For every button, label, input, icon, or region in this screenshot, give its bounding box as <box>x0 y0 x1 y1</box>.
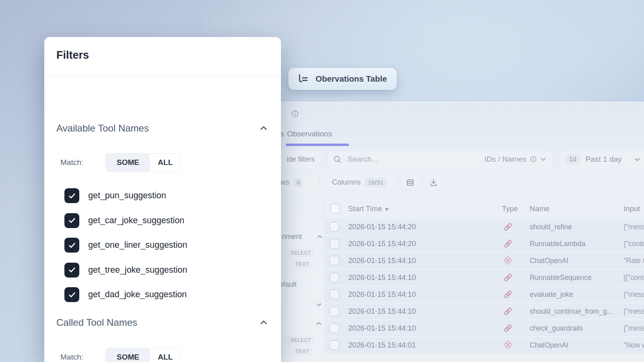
table-row[interactable]: 2026-01-15 15:44:10 should_continue_from… <box>324 303 644 320</box>
time-range-label: Past 1 day <box>586 155 622 164</box>
match-label: Match: <box>60 158 83 167</box>
columns-button[interactable]: Columns 16/31 <box>326 174 397 191</box>
row-checkbox[interactable] <box>330 290 339 299</box>
row-checkbox[interactable] <box>330 306 339 316</box>
row-name: RunnableSequence <box>530 274 592 282</box>
tool-name-label: get_tree_joke_suggestion <box>88 265 187 275</box>
row-start-time: 2026-01-15 15:44:10 <box>348 273 416 282</box>
search-scope-label: IDs / Names <box>484 155 526 164</box>
section-title: Called Tool Names <box>56 317 137 328</box>
row-height-button[interactable] <box>400 174 420 191</box>
columns-count-badge: 16/31 <box>365 178 387 187</box>
observations-table-toggle-button[interactable]: Obervations Table <box>289 68 396 90</box>
columns-label: Columns <box>332 178 361 187</box>
chevron-up-icon[interactable] <box>258 123 269 134</box>
toggle-button-label: Obervations Table <box>316 74 387 84</box>
row-start-time: 2026-01-15 15:44:20 <box>348 239 416 248</box>
row-start-time: 2026-01-15 15:44:20 <box>348 222 416 231</box>
row-input: {"messages": [{"content <box>623 324 644 333</box>
column-header-type[interactable]: Type <box>502 204 518 213</box>
observation-type-icon <box>503 323 513 333</box>
row-checkbox[interactable] <box>330 222 339 232</box>
observation-type-icon <box>503 256 513 265</box>
row-input: {"messages": [{"content <box>623 290 644 299</box>
row-name: ChatOpenAI <box>530 341 568 350</box>
table-header: Start Time ▼ Type Name Input <box>324 198 644 219</box>
search-icon <box>333 155 342 164</box>
tab-observations[interactable]: Observations <box>287 130 332 138</box>
row-start-time: 2026-01-15 15:44:01 <box>348 341 416 350</box>
row-name: ChatOpenAI <box>530 257 568 265</box>
text-type-badge: TEXT <box>292 347 312 356</box>
observation-type-icon <box>503 340 513 350</box>
row-checkbox[interactable] <box>330 256 339 265</box>
sidebar-fragment-default: efault <box>279 280 297 289</box>
match-some-option[interactable]: SOME <box>106 154 150 171</box>
row-start-time: 2026-01-15 15:44:10 <box>348 324 416 333</box>
divider <box>44 76 281 76</box>
hide-filters-button[interactable]: ide filters <box>279 150 322 169</box>
match-mode-toggle: SOME ALL <box>105 348 181 362</box>
tool-name-option[interactable]: get_car_joke_suggestion <box>64 208 269 233</box>
table-row[interactable]: 2026-01-15 15:44:10 ChatOpenAI "Rate thi… <box>324 253 644 269</box>
tool-name-option[interactable]: get_pun_suggestion <box>64 183 269 208</box>
select-type-badge: SELECT <box>287 336 314 345</box>
table-row[interactable]: 2026-01-15 15:44:20 should_refine {"mess… <box>324 219 644 236</box>
chevron-up-icon[interactable] <box>258 317 269 328</box>
row-checkbox[interactable] <box>330 273 339 282</box>
chevron-down-icon[interactable] <box>316 301 322 308</box>
saved-views-count: 0 <box>293 178 303 187</box>
checked-checkbox[interactable] <box>64 287 79 302</box>
row-checkbox[interactable] <box>330 239 339 249</box>
observation-type-icon <box>503 239 513 249</box>
row-input: "Rate this joke:\n\nWhy d <box>623 257 644 265</box>
text-type-badge: TEXT <box>292 260 312 269</box>
chevron-down-icon <box>540 156 547 162</box>
select-type-badge: SELECT <box>287 249 314 257</box>
export-button[interactable] <box>424 174 443 191</box>
row-name: check_guardrails <box>530 324 583 333</box>
column-header-start-time[interactable]: Start Time ▼ <box>348 204 389 213</box>
tool-name-label: get_one_liner_suggestion <box>88 240 187 250</box>
observation-type-icon <box>503 290 513 299</box>
tool-name-option[interactable]: get_dad_joke_suggestion <box>64 282 269 307</box>
row-name: should_continue_from_g... <box>530 307 613 316</box>
info-icon <box>291 110 299 117</box>
match-all-option[interactable]: ALL <box>150 154 180 171</box>
row-name: should_refine <box>530 223 572 231</box>
tool-name-label: get_car_joke_suggestion <box>88 216 184 226</box>
match-mode-toggle: SOME ALL <box>105 153 181 172</box>
row-checkbox[interactable] <box>330 340 339 350</box>
select-all-checkbox[interactable] <box>330 204 340 214</box>
table-rows-icon <box>406 178 415 187</box>
checked-checkbox[interactable] <box>64 213 79 228</box>
row-name: evaluate_joke <box>530 290 573 299</box>
chevron-up-icon[interactable] <box>316 320 322 327</box>
checked-checkbox[interactable] <box>64 188 79 203</box>
table-row[interactable]: 2026-01-15 15:44:01 ChatOpenAI "Now writ… <box>324 337 644 354</box>
filters-panel: Filters Available Tool Names Match: SOME… <box>44 37 281 362</box>
match-some-option[interactable]: SOME <box>106 348 150 362</box>
chevron-up-icon[interactable] <box>316 233 323 240</box>
checked-checkbox[interactable] <box>64 263 79 278</box>
row-checkbox[interactable] <box>330 323 339 333</box>
tool-name-label: get_dad_joke_suggestion <box>88 290 187 300</box>
list-tree-icon <box>297 73 309 85</box>
tool-name-option[interactable]: get_tree_joke_suggestion <box>64 258 269 283</box>
table-row[interactable]: 2026-01-15 15:44:10 check_guardrails {"m… <box>324 320 644 337</box>
table-row[interactable]: 2026-01-15 15:44:10 RunnableSequence [{"… <box>324 269 644 286</box>
tool-name-option[interactable]: get_one_liner_suggestion <box>64 233 269 258</box>
match-all-option[interactable]: ALL <box>150 348 180 362</box>
column-header-name[interactable]: Name <box>530 204 549 213</box>
observations-table-body: 2026-01-15 15:44:20 should_refine {"mess… <box>324 219 644 362</box>
column-header-input[interactable]: Input <box>623 204 640 213</box>
checked-checkbox[interactable] <box>64 238 79 253</box>
table-row[interactable]: 2026-01-15 15:44:20 RunnableLambda {"con… <box>324 236 644 253</box>
search-input[interactable]: Search... IDs / Names <box>327 150 553 169</box>
time-range-dropdown[interactable]: 1d Past 1 day <box>560 150 644 169</box>
table-row[interactable]: 2026-01-15 15:44:10 evaluate_joke {"mess… <box>324 286 644 303</box>
search-scope-dropdown[interactable]: IDs / Names <box>484 155 547 164</box>
tool-name-label: get_pun_suggestion <box>88 191 166 201</box>
row-start-time: 2026-01-15 15:44:10 <box>348 307 416 316</box>
section-title: Available Tool Names <box>56 123 149 134</box>
